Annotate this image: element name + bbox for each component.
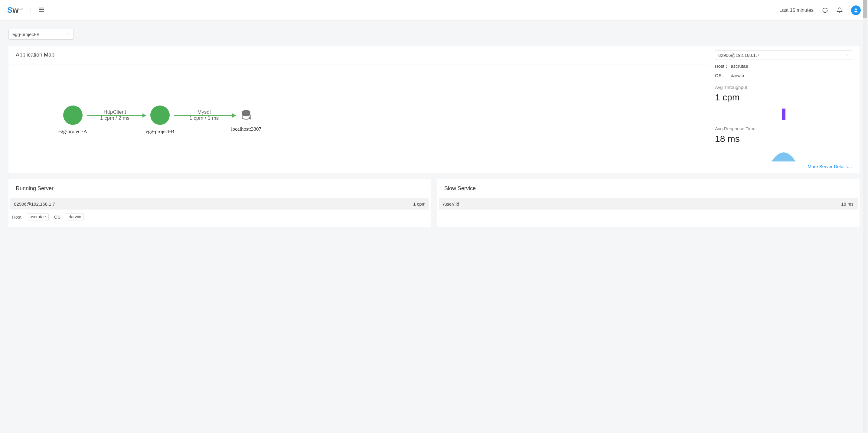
edge-b-db-label: Mysql 1 cpm / 1 ms <box>189 109 219 122</box>
response-value: 18 ms <box>715 134 852 144</box>
instance-stats-panel: 82906@192.168.1.7 Host： ascrutae OS： dar… <box>711 45 860 173</box>
bottom-row: Running Server 82906@192.168.1.7 1 cpm H… <box>8 179 860 227</box>
host-line: Host： ascrutae <box>715 63 852 69</box>
user-avatar[interactable] <box>851 5 861 15</box>
chevron-down-icon <box>66 32 70 37</box>
application-map-canvas[interactable]: HttpClient 1 cpm / 2 ms Mysql 1 cpm / 1 … <box>8 64 711 173</box>
node-egg-project-a[interactable]: egg-project-A <box>58 105 87 134</box>
scrollbar-thumb[interactable] <box>863 0 867 18</box>
response-label: Avg Response Time <box>715 126 852 131</box>
svg-point-3 <box>855 8 857 10</box>
slow-service-card: Slow Service /user/:id 18 ms <box>437 179 860 227</box>
curve-icon <box>772 149 796 161</box>
server-metric: 1 cpm <box>413 202 426 207</box>
main-card: Application Map HttpClient 1 cpm / 2 ms … <box>8 45 860 173</box>
header-divider <box>31 7 31 13</box>
header-left: Sw⤻ <box>7 5 45 15</box>
application-map-title: Application Map <box>8 45 711 64</box>
node-b-label: egg-project-B <box>146 128 174 134</box>
throughput-bar-icon <box>782 109 785 120</box>
project-select-value: egg-project-B <box>12 32 40 37</box>
refresh-icon[interactable] <box>822 7 828 13</box>
server-row[interactable]: 82906@192.168.1.7 1 cpm <box>10 198 429 210</box>
slow-latency: 18 ms <box>841 202 854 207</box>
server-meta: Host ascrutae OS darwin <box>8 210 431 224</box>
throughput-chart <box>715 105 852 120</box>
top-header: Sw⤻ Last 15 minutes <box>0 0 868 21</box>
instance-select-value: 82906@192.168.1.7 <box>718 53 760 58</box>
database-icon <box>239 108 253 122</box>
application-map-panel: Application Map HttpClient 1 cpm / 2 ms … <box>8 45 711 173</box>
node-circle-icon <box>150 105 170 125</box>
throughput-label: Avg Throughput <box>715 85 852 90</box>
bell-icon[interactable] <box>837 7 843 13</box>
running-server-card: Running Server 82906@192.168.1.7 1 cpm H… <box>8 179 431 227</box>
vertical-scrollbar[interactable] <box>863 0 867 236</box>
time-range-selector[interactable]: Last 15 minutes <box>779 7 813 13</box>
os-line: OS： darwin <box>715 73 852 79</box>
project-select[interactable]: egg-project-B <box>8 29 74 40</box>
header-right: Last 15 minutes <box>779 5 861 15</box>
slow-service-row[interactable]: /user/:id 18 ms <box>439 198 858 210</box>
host-label: Host <box>12 214 22 219</box>
edge-a-b-label: HttpClient 1 cpm / 2 ms <box>100 109 129 122</box>
slow-service-title: Slow Service <box>437 179 860 198</box>
running-server-title: Running Server <box>8 179 431 198</box>
more-server-details-link[interactable]: More Server Details… <box>807 164 852 169</box>
os-label: OS <box>54 214 61 219</box>
node-a-label: egg-project-A <box>58 128 87 134</box>
host-tag: ascrutae <box>27 213 49 220</box>
instance-select[interactable]: 82906@192.168.1.7 <box>715 51 852 60</box>
menu-toggle-icon[interactable] <box>38 6 45 14</box>
server-name: 82906@192.168.1.7 <box>14 202 55 207</box>
node-circle-icon <box>63 105 83 125</box>
throughput-value: 1 cpm <box>715 92 852 102</box>
node-db-label: localhost:3307 <box>231 126 261 132</box>
node-database[interactable]: localhost:3307 <box>231 108 261 132</box>
os-tag: darwin <box>66 213 84 220</box>
content-area: egg-project-B Application Map HttpClient… <box>0 21 868 236</box>
node-egg-project-b[interactable]: egg-project-B <box>146 105 174 134</box>
slow-path: /user/:id <box>443 202 459 207</box>
logo[interactable]: Sw⤻ <box>7 5 23 15</box>
chevron-down-icon <box>845 53 849 58</box>
response-chart <box>715 146 852 161</box>
